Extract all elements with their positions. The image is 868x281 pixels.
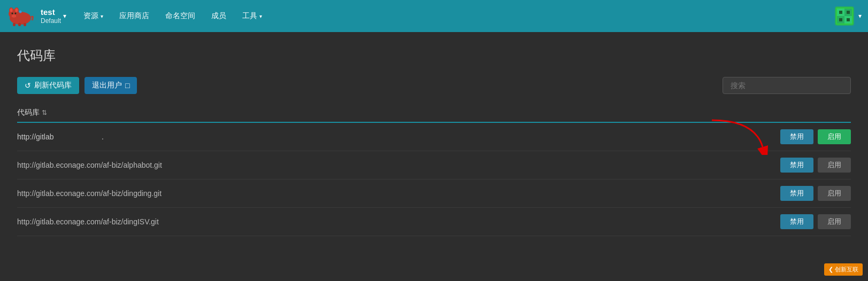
- nav-item-appstore[interactable]: 应用商店: [113, 7, 156, 25]
- column-label: 代码库: [17, 108, 40, 118]
- disable-button-0[interactable]: 禁用: [780, 129, 813, 144]
- svg-point-7: [15, 13, 17, 14]
- column-header-url[interactable]: 代码库 ⇅: [17, 108, 47, 118]
- avatar[interactable]: [835, 6, 854, 26]
- table-row: http://gitlab.econage.com/af-biz/dingdin…: [17, 179, 851, 208]
- svg-point-14: [19, 11, 22, 13]
- enable-button-0[interactable]: 启用: [818, 129, 851, 144]
- logout-icon: □: [125, 81, 129, 90]
- logout-button[interactable]: 退出用户 □: [85, 77, 137, 94]
- page-title: 代码库: [17, 47, 851, 64]
- table-header: 代码库 ⇅: [17, 104, 851, 123]
- brand-info: test Default: [41, 7, 61, 25]
- row-url: http://gitlab.econage.com/af-biz/dingdin…: [17, 189, 780, 198]
- nav-label-resources: 资源: [83, 11, 98, 21]
- refresh-label: 刷新代码库: [34, 81, 72, 90]
- table-rows: http://gitlab . 禁用 启用 http://gitlab.econ…: [17, 123, 851, 236]
- nav-items: 资源 ▾ 应用商店 命名空间 成员 工具 ▾: [77, 7, 835, 25]
- nav-label-members: 成员: [211, 11, 226, 21]
- svg-rect-21: [839, 18, 842, 21]
- navbar-right: ▾: [835, 6, 862, 26]
- watermark-text: 创新互联: [835, 266, 858, 272]
- row-url: http://gitlab.econage.com/af-biz/dingISV…: [17, 217, 780, 226]
- page-content: 代码库 ↺ 刷新代码库 退出用户 □ 代码库 ⇅: [0, 32, 868, 251]
- svg-point-8: [12, 15, 16, 18]
- logo[interactable]: [6, 5, 34, 27]
- svg-rect-20: [847, 11, 850, 14]
- search-input[interactable]: [723, 77, 851, 94]
- disable-button-2[interactable]: 禁用: [780, 186, 813, 201]
- svg-point-10: [14, 15, 16, 17]
- nav-label-namespace: 命名空间: [165, 11, 195, 21]
- brand-caret[interactable]: ▾: [63, 12, 66, 20]
- logout-label: 退出用户: [92, 81, 122, 90]
- nav-item-resources[interactable]: 资源 ▾: [77, 7, 110, 25]
- brand-sub: Default: [41, 17, 61, 25]
- resources-caret: ▾: [101, 13, 103, 19]
- row-actions: 禁用 启用: [780, 158, 851, 173]
- navbar: test Default ▾ 资源 ▾ 应用商店 命名空间 成员 工具 ▾: [0, 0, 868, 32]
- nav-item-tools[interactable]: 工具 ▾: [236, 7, 268, 25]
- nav-label-appstore: 应用商店: [119, 11, 149, 21]
- svg-rect-11: [13, 23, 16, 26]
- nav-item-namespace[interactable]: 命名空间: [159, 7, 202, 25]
- table-row: http://gitlab.econage.com/af-biz/dingISV…: [17, 208, 851, 236]
- brand-name: test: [41, 7, 61, 17]
- refresh-button[interactable]: ↺ 刷新代码库: [17, 77, 79, 94]
- refresh-icon: ↺: [25, 81, 31, 90]
- disable-button-3[interactable]: 禁用: [780, 214, 813, 229]
- search-container: [723, 77, 851, 94]
- disable-button-1[interactable]: 禁用: [780, 158, 813, 173]
- table-row: http://gitlab . 禁用 启用: [17, 123, 851, 151]
- watermark: ❮ 创新互联: [824, 263, 863, 276]
- svg-point-9: [13, 15, 14, 17]
- enable-button-2[interactable]: 启用: [818, 186, 851, 201]
- svg-rect-19: [839, 11, 842, 14]
- table-row: http://gitlab.econage.com/af-biz/alphabo…: [17, 151, 851, 179]
- watermark-icon: ❮: [828, 266, 833, 272]
- row-url: http://gitlab.econage.com/af-biz/alphabo…: [17, 161, 780, 169]
- toolbar: ↺ 刷新代码库 退出用户 □: [17, 77, 851, 94]
- row-actions: 禁用 启用: [780, 186, 851, 201]
- svg-point-6: [12, 13, 13, 14]
- sort-icon: ⇅: [42, 109, 47, 116]
- nav-item-members[interactable]: 成员: [205, 7, 233, 25]
- row-actions: 禁用 启用: [780, 214, 851, 229]
- svg-point-5: [16, 9, 18, 12]
- svg-rect-12: [18, 23, 21, 26]
- enable-button-3[interactable]: 启用: [818, 214, 851, 229]
- svg-rect-22: [847, 18, 850, 21]
- svg-rect-13: [24, 23, 26, 26]
- avatar-caret[interactable]: ▾: [858, 12, 862, 20]
- svg-point-3: [10, 9, 13, 12]
- row-actions: 禁用 启用: [780, 129, 851, 144]
- tools-caret: ▾: [259, 13, 262, 19]
- enable-button-1[interactable]: 启用: [818, 158, 851, 173]
- nav-label-tools: 工具: [242, 11, 257, 21]
- row-url: http://gitlab .: [17, 132, 780, 141]
